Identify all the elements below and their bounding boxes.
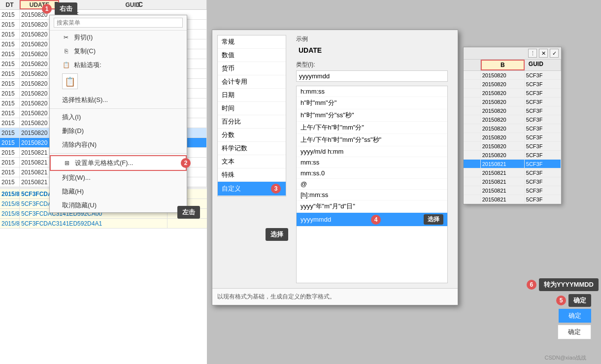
mini-col-dt-header [464,60,481,70]
category-item-fraction[interactable]: 分数 [218,129,286,142]
context-menu-search-area [50,15,187,31]
format-dialog[interactable]: 常规 数值 货币 会计专用 日期 时间 百分比 分数 科学记数 文本 特殊 自定… [212,30,458,305]
context-menu[interactable]: ✂ 剪切(I) ⎘ 复制(C) 📋 粘贴选项: 📋 选择性粘贴(S)... 插入… [49,15,187,213]
ok-button-secondary[interactable]: 确定 [558,325,591,339]
format-example-label: 示例 [296,35,448,43]
step3-badge: 3 [271,184,281,194]
type-item-htime2[interactable]: h"时"mm"分"ss"秒" [297,109,447,122]
list-item: 201508205CF3F [464,133,561,142]
type-item-ampm2[interactable]: 上午/下午h"时"mm"分"ss"秒" [297,134,447,146]
type-item-mmss[interactable]: mm:ss [297,157,447,168]
format-right-section: 示例 UDATE 类型(I): h:mm:ss h"时"mm"分" h"时"mm… [291,35,453,283]
paste-icon-large: 📋 [62,73,78,89]
step6-badge: 6 [527,280,536,290]
category-item-text[interactable]: 文本 [218,155,286,168]
step2-badge: 2 [181,158,191,168]
type-item-hmmss-bracket[interactable]: [h]:mm:ss [297,190,447,200]
mini-close-btn[interactable]: ✕ [539,49,548,58]
type-item-ymdhm[interactable]: yyyy/m/d h:mm [297,146,447,157]
mini-dialog-toolbar: ⋮ ✕ ✓ [464,47,561,60]
list-item: 201508205CF3F [464,80,561,89]
mini-col-udate-header: B [481,60,525,70]
list-item: 201508205CF3F [464,142,561,151]
step1-badge: 1 [42,4,52,14]
list-item: 201508215CF3F [464,177,561,186]
format-category-section: 常规 数值 货币 会计专用 日期 时间 百分比 分数 科学记数 文本 特殊 自定… [217,35,286,283]
format-type-label: 类型(I): [296,61,448,69]
header-area: 1 右击 B C [0,0,209,15]
list-item: 201508215CF3F [464,186,561,195]
menu-item-cut[interactable]: ✂ 剪切(I) [50,31,187,44]
format-footer-text: 以现有格式为基础，生成自定义的数字格式。 [212,288,458,305]
context-menu-search-input[interactable] [54,18,183,28]
menu-item-col-width[interactable]: 列宽(W)... [50,171,187,185]
step4-badge: 4 [371,215,381,225]
leftclick-tooltip: 左击 [177,206,200,219]
table-icon: ⊞ [63,159,71,167]
menu-item-delete[interactable]: 删除(D) [50,124,187,138]
step6-area: 6 转为YYYYMMDD [527,278,599,291]
list-item: 201508205CF3F [464,106,561,115]
format-type-list[interactable]: h:mm:ss h"时"mm"分" h"时"mm"分"ss"秒" 上午/下午h"… [296,86,448,283]
step5-badge: 5 [556,296,566,305]
leftclick-label-area: 左击 [177,206,200,219]
type-item-mmss0[interactable]: mm:ss.0 [297,168,447,179]
mini-dots-btn[interactable]: ⋮ [528,49,537,58]
list-item-selected: 201508215CF3F [464,160,561,168]
menu-item-copy[interactable]: ⎘ 复制(C) [50,44,187,58]
list-item: 201508205CF3F [464,98,561,106]
step3-label-area: 选择 [266,228,288,241]
mini-col-guid-header: GUID [525,60,561,70]
format-example-section: 示例 UDATE [296,35,448,56]
paste-icon: 📋 [62,61,70,69]
category-item-number[interactable]: 数值 [218,49,286,62]
list-item: 201508205CF3F [464,115,561,124]
category-item-scientific[interactable]: 科学记数 [218,142,286,155]
ok-button-area: 5 确定 确定 确定 [556,294,591,339]
category-item-special[interactable]: 特殊 [218,168,286,182]
menu-item-paste-special[interactable]: 选择性粘贴(S)... [50,93,187,107]
menu-item-paste[interactable]: 📋 粘贴选项: [50,58,187,72]
type-item-cjk-date[interactable]: yyyy"年"m"月"d"日" [297,200,447,213]
step3-tooltip: 选择 [266,228,288,241]
col-c-top-label: C [138,0,143,8]
list-item: 201508205CF3F [464,89,561,98]
menu-item-format-cells[interactable]: ⊞ 设置单元格格式(F)... 2 [50,155,187,171]
menu-item-clear[interactable]: 清除内容(N) [50,138,187,152]
list-item: 201508205CF3F [464,124,561,133]
category-item-currency[interactable]: 货币 [218,62,286,75]
type-item-hmmss[interactable]: h:mm:ss [297,86,447,97]
category-item-custom[interactable]: 自定义 3 [218,182,286,196]
table-row-full: 2015/8/25 5CF3FCDAC3141ED592D4A1 [0,219,207,229]
category-item-accounting[interactable]: 会计专用 [218,75,286,89]
category-item-date[interactable]: 日期 [218,89,286,102]
list-item: 201508215CF3F [464,168,561,177]
type-item-htime1[interactable]: h"时"mm"分" [297,97,447,109]
format-category-list[interactable]: 常规 数值 货币 会计专用 日期 时间 百分比 分数 科学记数 文本 特殊 自定… [217,35,286,197]
type-item-ampm1[interactable]: 上午/下午h"时"mm"分" [297,122,447,134]
mini-col-headers: B GUID [464,60,561,71]
ok-button-primary[interactable]: 确定 [559,309,591,323]
step1-label: 右击 [55,2,77,15]
menu-item-hide[interactable]: 隐藏(H) [50,185,187,199]
type-item-yyyymmdd[interactable]: yyyymmdd 4 选择 [297,213,447,227]
menu-item-unhide[interactable]: 取消隐藏(U) [50,199,187,212]
step5-label: 确定 [568,294,591,307]
mini-rows: 201508205CF3F 201508205CF3F 201508205CF3… [464,71,561,204]
menu-item-insert[interactable]: 插入(I) [50,110,187,124]
menu-separator-2 [50,153,187,154]
format-type-input[interactable] [296,70,448,82]
mini-dialog: ⋮ ✕ ✓ B GUID 201508205CF3F 201508205CF3F… [463,47,562,204]
paste-icon-area: 📋 [50,72,187,93]
list-item: 201508205CF3F [464,151,561,160]
type-item-at[interactable]: @ [297,179,447,190]
menu-separator-1 [50,108,187,109]
mini-check-btn[interactable]: ✓ [550,49,559,58]
watermark: CSDN@xiao战战 [544,354,586,362]
copy-icon: ⎘ [62,47,70,55]
step4-label: 选择 [424,214,443,225]
category-item-general[interactable]: 常规 [218,35,286,49]
category-item-time[interactable]: 时间 [218,102,286,115]
category-item-percent[interactable]: 百分比 [218,115,286,129]
step1-area: 1 右击 [42,2,77,15]
